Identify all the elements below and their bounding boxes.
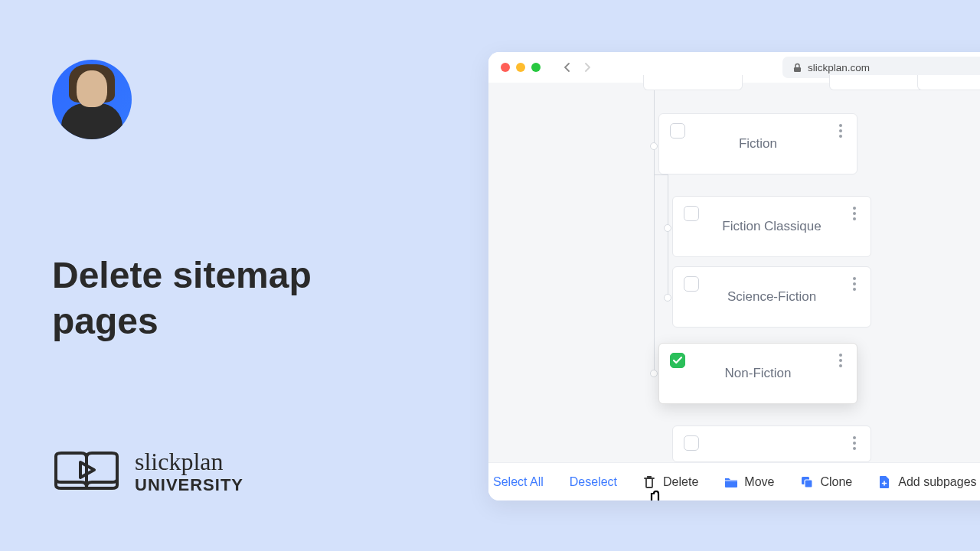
url-text: slickplan.com <box>808 62 870 73</box>
card-stub <box>829 75 929 90</box>
book-play-icon <box>52 447 121 496</box>
card-title: Non-Fiction <box>725 366 792 381</box>
card-checkbox[interactable] <box>684 206 699 221</box>
card-checkbox[interactable] <box>670 123 685 139</box>
connector-line <box>654 90 655 373</box>
chevron-right-icon <box>583 63 592 72</box>
presenter-avatar <box>52 60 132 139</box>
kebab-icon[interactable] <box>848 276 861 292</box>
card-stub <box>643 75 743 90</box>
chevron-left-icon <box>563 63 572 72</box>
copy-icon <box>800 475 814 489</box>
brand-name: slickplan <box>135 448 243 475</box>
minimize-icon[interactable] <box>516 63 525 72</box>
card-title: Science-Fiction <box>727 289 816 305</box>
sitemap-canvas[interactable]: Fiction Fiction Classique Science-Fictio… <box>488 83 980 462</box>
trash-icon <box>643 475 657 489</box>
card-stub <box>917 75 980 90</box>
sitemap-card-science-fiction[interactable]: Science-Fiction <box>672 266 871 328</box>
lock-icon <box>793 63 802 73</box>
connector-node <box>664 294 671 302</box>
file-plus-icon <box>878 475 892 489</box>
sitemap-card-fiction-classique[interactable]: Fiction Classique <box>672 196 871 257</box>
brand-subtitle: UNIVERSITY <box>135 476 243 494</box>
kebab-icon[interactable] <box>834 123 848 139</box>
maximize-icon[interactable] <box>531 63 541 72</box>
pointer-cursor-icon <box>642 491 674 501</box>
connector-line <box>668 174 668 297</box>
svg-rect-5 <box>805 480 812 487</box>
forward-button[interactable] <box>580 60 594 74</box>
add-subpages-button[interactable]: Add subpages <box>878 475 976 489</box>
deselect-button[interactable]: Deselect <box>570 475 617 489</box>
connector-line <box>654 174 668 175</box>
kebab-icon[interactable] <box>848 435 861 451</box>
delete-button[interactable]: Delete <box>643 475 698 489</box>
kebab-icon[interactable] <box>848 206 861 221</box>
card-title: Fiction <box>739 136 777 152</box>
select-all-button[interactable]: Select All <box>493 475 544 489</box>
connector-node <box>650 370 658 377</box>
sitemap-card-partial[interactable] <box>672 425 871 462</box>
close-icon[interactable] <box>501 63 510 72</box>
page-title: Delete sitemap pages <box>52 253 312 344</box>
card-title: Fiction Classique <box>722 219 821 234</box>
move-button[interactable]: Move <box>724 475 774 489</box>
brand-logo: slickplan UNIVERSITY <box>52 447 243 496</box>
connector-node <box>650 142 658 150</box>
check-icon <box>673 357 682 364</box>
card-checkbox-checked[interactable] <box>670 353 685 368</box>
svg-rect-0 <box>794 67 801 72</box>
kebab-icon[interactable] <box>834 353 848 368</box>
connector-node <box>664 224 671 232</box>
bulk-action-toolbar: Select All Deselect Delete Move <box>488 462 980 500</box>
browser-window: slickplan.com Fiction Fiction Classique <box>488 52 980 500</box>
card-checkbox[interactable] <box>684 435 699 451</box>
clone-button[interactable]: Clone <box>800 475 852 489</box>
folder-icon <box>724 475 738 489</box>
sitemap-card-non-fiction[interactable]: Non-Fiction <box>658 343 858 404</box>
sitemap-card-fiction[interactable]: Fiction <box>658 113 858 174</box>
back-button[interactable] <box>560 60 574 74</box>
window-controls[interactable] <box>501 63 541 72</box>
card-checkbox[interactable] <box>684 276 699 292</box>
